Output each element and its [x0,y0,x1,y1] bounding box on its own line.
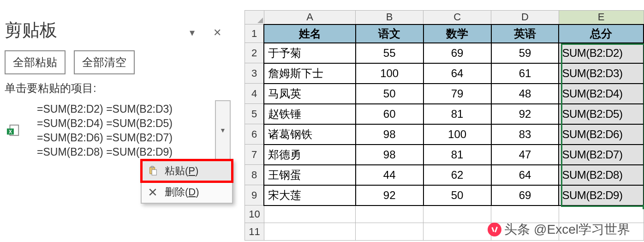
cell[interactable]: 50 [423,185,491,206]
cell[interactable]: 61 [491,63,559,84]
context-menu-paste[interactable]: 粘贴(P) [142,160,232,182]
close-icon[interactable]: ✕ [213,27,221,39]
cell-formula[interactable]: SUM(B2:D5) [559,104,644,124]
delete-x-icon [147,187,158,198]
row-header[interactable]: 10 [245,206,264,223]
col-header-D[interactable]: D [491,11,559,24]
cell[interactable]: 赵铁锤 [264,104,355,124]
row-header[interactable]: 8 [245,165,264,185]
clipboard-item[interactable]: X =SUM(B2:D2) =SUM(B2:D3) =SUM(B2:D4) =S… [5,100,235,161]
cell[interactable]: 83 [491,124,559,145]
cell-formula[interactable]: SUM(B2:D3) [559,63,644,84]
row-header[interactable]: 4 [245,84,264,104]
cell[interactable]: 64 [491,165,559,185]
cell-formula[interactable]: SUM(B2:D9) [559,185,644,206]
cell[interactable]: 郑德勇 [264,145,355,165]
spreadsheet-grid[interactable]: A B C D E 1 姓名 语文 数学 英语 总分 2 于予菊 55 69 5… [244,10,644,241]
context-menu-paste-label: 粘贴(P) [165,164,198,178]
cell-formula[interactable]: SUM(B2:D7) [559,145,644,165]
cell-formula[interactable]: SUM(B2:D8) [559,165,644,185]
cell[interactable]: 81 [423,145,491,165]
cell-empty[interactable] [356,223,423,241]
cell-formula[interactable]: SUM(B2:D6) [559,124,644,145]
cell[interactable]: 48 [491,84,559,104]
cell-empty[interactable] [559,206,644,223]
col-header-B[interactable]: B [356,11,423,24]
header-english[interactable]: 英语 [491,24,559,43]
svg-rect-5 [152,169,156,175]
cell[interactable]: 王钢蛋 [264,165,355,185]
dropdown-arrow-icon[interactable]: ▾ [190,27,195,39]
clipboard-item-dropdown[interactable]: ▼ [215,100,231,160]
toutiao-icon [488,223,501,236]
cell[interactable]: 92 [491,104,559,124]
cell[interactable]: 69 [423,43,491,63]
cell-formula[interactable]: SUM(B2:D4) [559,84,644,104]
paste-icon [147,165,158,176]
row-header[interactable]: 9 [245,185,264,206]
cell-empty[interactable] [423,223,491,241]
row-header[interactable]: 7 [245,145,264,165]
cell[interactable]: 69 [491,185,559,206]
cell[interactable]: 92 [356,185,423,206]
context-menu: 粘贴(P) 删除(D) [141,159,233,204]
cell[interactable]: 81 [423,104,491,124]
header-total[interactable]: 总分 [559,24,644,43]
context-menu-delete[interactable]: 删除(D) [142,182,232,203]
cell[interactable]: 98 [356,145,423,165]
clear-all-button[interactable]: 全部清空 [74,50,135,74]
row-header[interactable]: 6 [245,124,264,145]
cell-empty[interactable] [356,206,423,223]
col-header-E[interactable]: E [559,11,644,24]
cell[interactable]: 47 [491,145,559,165]
cell[interactable]: 59 [491,43,559,63]
clipboard-formula-text: =SUM(B2:D2) =SUM(B2:D3) =SUM(B2:D4) =SUM… [33,100,176,161]
cell[interactable]: 60 [356,104,423,124]
cell[interactable]: 62 [423,165,491,185]
header-math[interactable]: 数学 [423,24,491,43]
clipboard-instruction: 单击要粘贴的项目: [5,81,235,96]
cell[interactable]: 100 [356,63,423,84]
row-header[interactable]: 11 [245,223,264,241]
cell[interactable]: 44 [356,165,423,185]
col-header-C[interactable]: C [423,11,491,24]
chevron-down-icon: ▼ [220,127,226,134]
svg-text:X: X [9,129,12,134]
context-menu-delete-label: 删除(D) [165,185,199,199]
excel-sheet-icon: X [6,123,20,137]
row-header-1[interactable]: 1 [245,24,264,43]
cell-empty[interactable] [423,206,491,223]
row-header[interactable]: 2 [245,43,264,63]
cell[interactable]: 50 [356,84,423,104]
cell-empty[interactable] [264,223,355,241]
svg-rect-4 [151,166,154,168]
cell-formula[interactable]: SUM(B2:D2) [559,43,644,63]
paste-all-button[interactable]: 全部粘贴 [5,50,66,74]
cell[interactable]: 宋大莲 [264,185,355,206]
cell-empty[interactable] [264,206,355,223]
col-header-A[interactable]: A [264,11,355,24]
cell[interactable]: 98 [356,124,423,145]
watermark: 头条 @Excel学习世界 [488,221,630,238]
cell[interactable]: 于予菊 [264,43,355,63]
clipboard-pane: 剪贴板 ▾ ✕ 全部粘贴 全部清空 单击要粘贴的项目: X =SUM(B2:D2… [5,18,235,161]
cell[interactable]: 79 [423,84,491,104]
cell[interactable]: 詹姆斯下士 [264,63,355,84]
cell[interactable]: 马凤英 [264,84,355,104]
clipboard-title: 剪贴板 [5,18,190,42]
cell[interactable]: 64 [423,63,491,84]
header-name[interactable]: 姓名 [264,24,355,43]
select-all-corner[interactable] [245,11,264,24]
header-chinese[interactable]: 语文 [356,24,423,43]
row-header[interactable]: 3 [245,63,264,84]
cell[interactable]: 100 [423,124,491,145]
cell-empty[interactable] [491,206,559,223]
row-header[interactable]: 5 [245,104,264,124]
cell[interactable]: 诸葛钢铁 [264,124,355,145]
cell[interactable]: 55 [356,43,423,63]
